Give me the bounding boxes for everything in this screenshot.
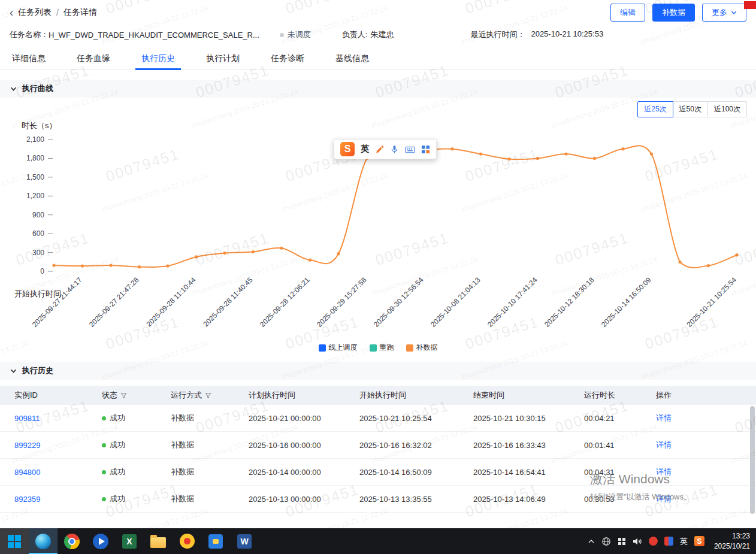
tab-baseline[interactable]: 基线信息 xyxy=(333,48,371,69)
instance-id-link[interactable]: 899229 xyxy=(14,441,40,450)
data-point xyxy=(735,253,738,256)
x-tick-label: 2025-09-28 11:40:45 xyxy=(202,276,255,328)
y-tick-label: 1,800 xyxy=(26,154,44,162)
legend-swatch-icon xyxy=(406,344,413,352)
cell-start-time: 2025-10-21 10:25:54 xyxy=(359,414,473,423)
data-point xyxy=(536,157,539,160)
range-button-last100[interactable]: 近100次 xyxy=(707,101,747,117)
instance-id-link[interactable]: 892359 xyxy=(14,495,40,504)
tray-expand-chevron-icon[interactable] xyxy=(588,538,595,544)
filter-icon[interactable] xyxy=(120,392,127,399)
watermark-user: zhujianzhong 2025-10-21 13:22:24 xyxy=(550,255,658,298)
range-button-last50[interactable]: 近50次 xyxy=(673,101,708,117)
cell-run-mode: 补数据 xyxy=(171,467,249,477)
instance-id-link[interactable]: 909811 xyxy=(14,414,40,423)
table-scrollbar[interactable] xyxy=(750,405,755,520)
start-button[interactable] xyxy=(0,528,29,554)
tray-app-red-icon[interactable] xyxy=(649,537,658,546)
system-tray: 英 S 13:23 2025/10/21 xyxy=(588,528,756,554)
data-point xyxy=(337,252,340,255)
history-section-header[interactable]: 执行历史 xyxy=(0,362,756,380)
instance-id-link[interactable]: 894800 xyxy=(14,468,40,477)
y-axis-title: 时长（s） xyxy=(22,120,57,131)
cell-end-time: 2025-10-21 10:30:15 xyxy=(473,414,584,423)
watermark: 00079451zhujianzhong 2025-10-21 13:22:24 xyxy=(0,139,29,209)
breadcrumb-item-task-list[interactable]: 任务列表 xyxy=(18,7,52,18)
cell-instance-id: 894800 xyxy=(14,468,102,477)
status-success-dot-icon xyxy=(102,497,106,501)
y-tick-label: 300 xyxy=(32,249,44,257)
x-tick-label: 2025-09-27 21:47:28 xyxy=(87,276,141,329)
column-label: 计划执行时间 xyxy=(249,390,295,401)
edge-taskbar-button[interactable] xyxy=(29,528,58,554)
cloud-app-taskbar-button[interactable] xyxy=(201,528,230,554)
curve-section-header[interactable]: 执行曲线 xyxy=(0,80,756,98)
data-point xyxy=(450,147,453,150)
data-point xyxy=(678,261,681,264)
wps-taskbar-button[interactable] xyxy=(173,528,201,554)
detail-link[interactable]: 详情 xyxy=(656,413,672,422)
legend-swatch-icon xyxy=(370,344,377,352)
column-header-7: 操作 xyxy=(656,390,756,401)
windows-taskbar: X W 英 S 13:23 2025/10/21 xyxy=(0,528,756,554)
word-taskbar-button[interactable]: W xyxy=(230,528,259,554)
sogou-logo-icon[interactable]: S xyxy=(340,142,355,156)
more-label: 更多 xyxy=(712,7,727,18)
legend-label: 重跑 xyxy=(380,343,394,353)
taskbar-clock[interactable]: 13:23 2025/10/21 xyxy=(714,531,750,550)
data-point xyxy=(479,152,482,155)
handwriting-pen-icon[interactable] xyxy=(375,145,384,154)
toolbox-grid-icon[interactable] xyxy=(421,145,430,154)
watermark-user: zhujianzhong 2025-10-21 13:22:24 xyxy=(280,171,389,214)
legend-label: 补数据 xyxy=(416,343,438,353)
keyboard-icon[interactable] xyxy=(405,145,415,154)
status-text: 成功 xyxy=(110,467,125,477)
tray-grid-icon[interactable] xyxy=(618,537,626,546)
data-point xyxy=(252,250,255,253)
data-point xyxy=(564,152,567,155)
filter-icon[interactable] xyxy=(205,392,211,399)
cell-run-mode: 补数据 xyxy=(171,413,249,423)
column-label: 状态 xyxy=(102,390,117,401)
legend-label: 线上调度 xyxy=(329,343,358,353)
range-button-last25[interactable]: 近25次 xyxy=(637,101,673,117)
detail-link[interactable]: 详情 xyxy=(656,440,672,449)
tray-app-shield-icon[interactable] xyxy=(664,537,673,546)
network-globe-icon[interactable] xyxy=(601,537,611,546)
y-tick-label: 0 xyxy=(40,267,44,276)
tab-plan[interactable]: 执行计划 xyxy=(204,48,242,69)
edit-button[interactable]: 编辑 xyxy=(610,4,645,22)
column-label: 开始执行时间 xyxy=(359,390,406,401)
volume-icon[interactable] xyxy=(633,537,642,546)
backfill-button[interactable]: 补数据 xyxy=(652,4,695,22)
x-tick-label: 2025-09-29 15:27:58 xyxy=(315,276,368,329)
excel-taskbar-button[interactable]: X xyxy=(115,528,144,554)
column-label: 实例ID xyxy=(14,390,38,401)
media-player-taskbar-button[interactable] xyxy=(86,528,115,554)
detail-link[interactable]: 详情 xyxy=(656,494,672,503)
tray-language-indicator[interactable]: 英 xyxy=(680,536,688,547)
data-point xyxy=(81,264,84,267)
tab-history[interactable]: 执行历史 xyxy=(139,48,177,69)
more-button[interactable]: 更多 xyxy=(702,4,746,22)
topbar: ‹ 任务列表 / 任务详情 编辑 补数据 更多 xyxy=(0,0,756,25)
file-explorer-taskbar-button[interactable] xyxy=(144,528,173,554)
tab-detail[interactable]: 详细信息 xyxy=(10,48,48,69)
clock-date: 2025/10/21 xyxy=(714,541,750,551)
collapse-chevron-icon xyxy=(10,368,17,374)
microphone-icon[interactable] xyxy=(390,145,399,154)
back-icon[interactable]: ‹ xyxy=(10,7,13,18)
watermark-id: 00079451 xyxy=(373,223,471,269)
data-point xyxy=(138,265,141,268)
cell-plan-time: 2025-10-14 00:00:00 xyxy=(249,468,359,477)
ime-language-indicator[interactable]: 英 xyxy=(361,144,369,155)
word-icon: W xyxy=(237,534,252,549)
chrome-taskbar-button[interactable] xyxy=(58,528,86,554)
tab-diagnosis[interactable]: 任务诊断 xyxy=(268,48,307,69)
detail-link[interactable]: 详情 xyxy=(656,467,672,476)
tab-lineage[interactable]: 任务血缘 xyxy=(74,48,113,69)
sogou-tray-icon[interactable]: S xyxy=(694,536,704,546)
scrollbar-thumb[interactable] xyxy=(750,406,755,514)
last-exec-label: 最近执行时间： xyxy=(470,29,525,40)
cell-status: 成功 xyxy=(102,494,171,504)
